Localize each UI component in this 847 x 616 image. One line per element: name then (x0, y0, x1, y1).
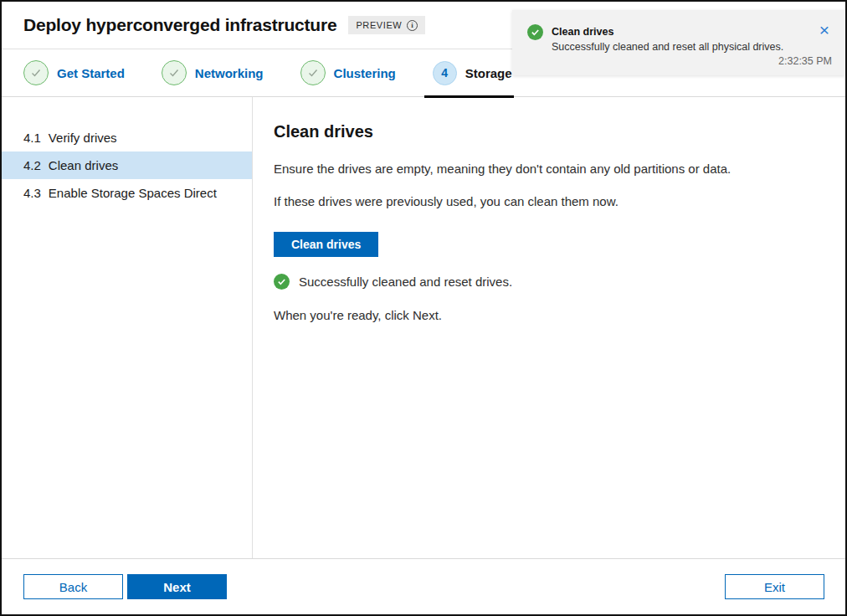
step-complete-icon (300, 60, 326, 85)
page-title: Deploy hyperconverged infrastructure (23, 15, 336, 35)
success-status: Successfully cleaned and reset drives. (274, 274, 812, 290)
substep-enable-s2d[interactable]: 4.3 Enable Storage Spaces Direct (2, 179, 252, 207)
substep-number: 4.1 (23, 131, 41, 145)
toast-title: Clean drives (552, 26, 613, 38)
step-label: Get Started (57, 66, 125, 80)
toast-success-icon (527, 24, 543, 40)
substep-list: 4.1 Verify drives 4.2 Clean drives 4.3 E… (2, 97, 253, 558)
preview-badge-label: PREVIEW (356, 20, 402, 30)
step-networking[interactable]: Networking (162, 49, 264, 96)
step-label: Clustering (334, 66, 396, 80)
content-pane: Clean drives Ensure the drives are empty… (253, 97, 845, 558)
step-clustering[interactable]: Clustering (300, 49, 396, 96)
intro-text: Ensure the drives are empty, meaning the… (274, 162, 812, 176)
prompt-text: If these drives were previously used, yo… (274, 194, 812, 208)
success-check-icon (274, 274, 290, 290)
step-number-badge: 4 (433, 61, 457, 85)
step-label: Storage (465, 66, 512, 80)
preview-badge: PREVIEW i (348, 16, 425, 34)
exit-button[interactable]: Exit (725, 574, 824, 599)
toast-timestamp: 2:32:35 PM (778, 55, 832, 67)
step-complete-icon (23, 60, 49, 85)
substep-label: Enable Storage Spaces Direct (49, 186, 217, 200)
substep-label: Verify drives (49, 131, 117, 145)
step-complete-icon (162, 60, 187, 85)
next-button[interactable]: Next (127, 574, 227, 599)
clean-drives-button[interactable]: Clean drives (274, 232, 378, 257)
substep-clean-drives[interactable]: 4.2 Clean drives (2, 151, 252, 179)
step-label: Networking (195, 66, 264, 80)
substep-verify-drives[interactable]: 4.1 Verify drives (2, 124, 252, 151)
substep-number: 4.3 (23, 186, 41, 200)
notification-toast: Clean drives Successfully cleaned and re… (512, 10, 845, 75)
substep-number: 4.2 (23, 158, 41, 172)
wizard-window: Deploy hyperconverged infrastructure PRE… (0, 0, 847, 616)
check-icon (277, 277, 286, 286)
toast-message: Successfully cleaned and reset all physi… (552, 41, 783, 53)
substep-label: Clean drives (49, 158, 118, 172)
check-icon (29, 66, 43, 80)
info-icon[interactable]: i (407, 20, 418, 31)
close-icon[interactable]: × (814, 18, 835, 40)
content-heading: Clean drives (274, 122, 812, 141)
success-message: Successfully cleaned and reset drives. (299, 275, 512, 289)
wizard-body: 4.1 Verify drives 4.2 Clean drives 4.3 E… (2, 97, 845, 558)
check-icon (531, 28, 540, 37)
step-storage[interactable]: 4 Storage (433, 49, 512, 96)
check-icon (306, 66, 320, 80)
step-get-started[interactable]: Get Started (23, 49, 125, 96)
back-button[interactable]: Back (23, 574, 123, 599)
check-icon (167, 66, 181, 80)
footer: Back Next Exit (2, 558, 845, 614)
ready-text: When you're ready, click Next. (274, 308, 812, 322)
